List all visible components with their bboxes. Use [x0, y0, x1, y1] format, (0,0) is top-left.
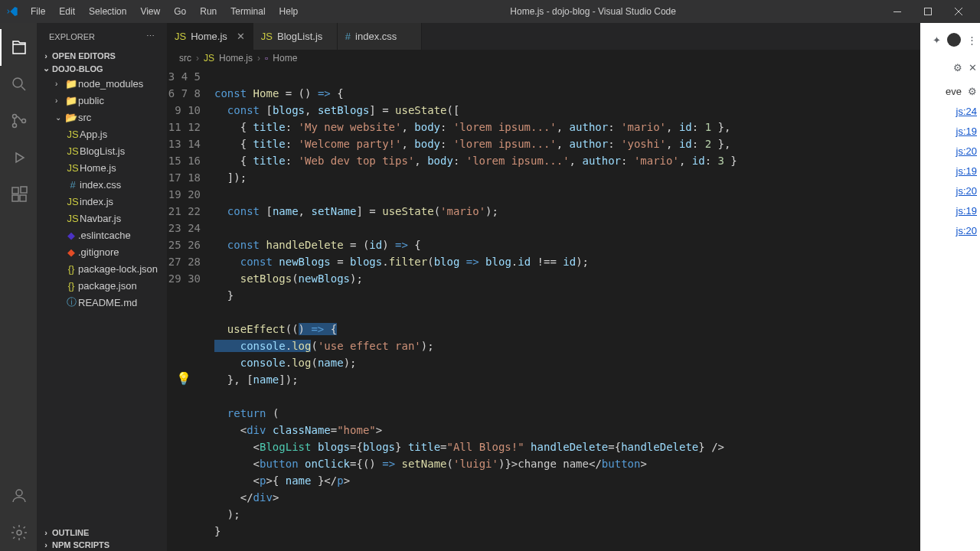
file-eslintcache[interactable]: ◆.eslintcache [37, 227, 167, 243]
file-tree: ›📁node_modules ›📁public ⌄📂src JSApp.js J… [37, 75, 167, 311]
explorer-label: EXPLORER [49, 32, 95, 41]
svg-rect-12 [20, 195, 26, 201]
menu-selection[interactable]: Selection [83, 3, 132, 20]
console-link[interactable]: js:19 [956, 165, 977, 177]
file-bloglist-js[interactable]: JSBlogList.js [37, 142, 167, 159]
console-link[interactable]: js:20 [956, 145, 977, 157]
file-home-js[interactable]: JSHome.js [37, 159, 167, 176]
more-icon[interactable]: ⋯ [146, 31, 155, 41]
menu-run[interactable]: Run [194, 3, 223, 20]
menu-go[interactable]: Go [168, 3, 192, 20]
project-section[interactable]: ⌄DOJO-BLOG [37, 62, 167, 75]
svg-point-8 [22, 119, 26, 123]
menu-edit[interactable]: Edit [53, 3, 81, 20]
svg-rect-11 [12, 195, 18, 201]
menu-help[interactable]: Help [273, 3, 305, 20]
svg-point-6 [13, 115, 17, 119]
file-index-css[interactable]: #index.css [37, 176, 167, 193]
menu-file[interactable]: File [24, 3, 51, 20]
avatar-icon[interactable] [947, 33, 961, 47]
tab-index-css[interactable]: #index.css [338, 23, 422, 50]
devtools-gear-icon[interactable]: ⚙ [968, 86, 977, 97]
devtools-settings-icon[interactable]: ⚙ [953, 62, 962, 73]
editor-tabs: JSHome.js✕ JSBlogList.js #index.css ⋯ [167, 23, 980, 50]
svg-point-15 [17, 530, 21, 535]
svg-rect-0 [893, 11, 901, 12]
file-gitignore[interactable]: ◆.gitignore [37, 243, 167, 260]
browser-devtools-sliver: ✦ ⋮ ⚙ ✕ eve ⚙ js:24 js:19 js:20 js:19 js… [920, 23, 980, 551]
menu-dots-icon[interactable]: ⋮ [967, 34, 977, 46]
breadcrumb-src[interactable]: src [179, 53, 191, 64]
breadcrumb[interactable]: src› JSHome.js› ▫Home [167, 50, 980, 67]
title-bar: File Edit Selection View Go Run Terminal… [0, 0, 980, 23]
devtools-label: eve [946, 86, 962, 97]
close-button[interactable] [943, 0, 974, 23]
console-link[interactable]: js:20 [956, 225, 977, 236]
folder-public[interactable]: ›📁public [37, 92, 167, 109]
console-link[interactable]: js:19 [956, 126, 977, 137]
account-icon[interactable] [0, 478, 37, 514]
extension-icon[interactable]: ✦ [933, 34, 941, 46]
svg-point-7 [13, 124, 17, 128]
breadcrumb-file[interactable]: Home.js [219, 53, 253, 64]
breadcrumb-symbol[interactable]: Home [273, 53, 297, 64]
svg-line-5 [21, 86, 25, 90]
menu-terminal[interactable]: Terminal [224, 3, 271, 20]
sidebar: EXPLORER ⋯ ›OPEN EDITORS ⌄DOJO-BLOG ›📁no… [37, 23, 167, 551]
tab-bloglist-js[interactable]: JSBlogList.js [253, 23, 338, 50]
folder-node-modules[interactable]: ›📁node_modules [37, 75, 167, 92]
file-readme[interactable]: ⓘREADME.md [37, 294, 167, 311]
vscode-logo-icon [6, 5, 18, 18]
menu-bar: File Edit Selection View Go Run Terminal… [24, 3, 304, 20]
open-editors-section[interactable]: ›OPEN EDITORS [37, 50, 167, 62]
svg-rect-1 [925, 8, 932, 15]
file-package-lock[interactable]: {}package-lock.json [37, 260, 167, 277]
window-title: Home.js - dojo-blog - Visual Studio Code [304, 6, 882, 17]
minimize-button[interactable] [882, 0, 913, 23]
window-controls [882, 0, 974, 23]
file-package-json[interactable]: {}package.json [37, 277, 167, 294]
svg-point-4 [13, 78, 22, 87]
extensions-icon[interactable] [0, 176, 37, 213]
console-link[interactable]: js:20 [956, 185, 977, 197]
maximize-button[interactable] [913, 0, 943, 23]
sidebar-title: EXPLORER ⋯ [37, 23, 167, 50]
svg-rect-13 [21, 187, 27, 193]
lightbulb-icon[interactable]: 💡 [176, 371, 191, 386]
console-link[interactable]: js:19 [956, 205, 977, 217]
activity-bar [0, 23, 37, 551]
code-content[interactable]: const Home = () => { const [blogs, setBl… [214, 67, 980, 551]
outline-section[interactable]: ›OUTLINE [37, 527, 167, 539]
console-link[interactable]: js:24 [956, 106, 977, 117]
file-app-js[interactable]: JSApp.js [37, 126, 167, 142]
svg-point-14 [16, 490, 22, 496]
explorer-icon[interactable] [0, 29, 37, 66]
file-index-js[interactable]: JSindex.js [37, 193, 167, 210]
source-control-icon[interactable] [0, 103, 37, 139]
menu-view[interactable]: View [134, 3, 166, 20]
editor-area: JSHome.js✕ JSBlogList.js #index.css ⋯ sr… [167, 23, 980, 551]
editor-body[interactable]: 3 4 5 6 7 8 9 10 11 12 13 14 15 16 17 18… [167, 67, 980, 551]
tab-home-js[interactable]: JSHome.js✕ [167, 23, 253, 50]
devtools-close-icon[interactable]: ✕ [969, 62, 977, 73]
svg-rect-10 [12, 187, 18, 194]
settings-icon[interactable] [0, 514, 37, 551]
folder-src[interactable]: ⌄📂src [37, 109, 167, 126]
file-navbar-js[interactable]: JSNavbar.js [37, 210, 167, 227]
svg-marker-9 [16, 153, 24, 162]
close-icon[interactable]: ✕ [237, 31, 245, 42]
debug-icon[interactable] [0, 139, 37, 176]
line-numbers: 3 4 5 6 7 8 9 10 11 12 13 14 15 16 17 18… [167, 67, 214, 551]
search-icon[interactable] [0, 66, 37, 103]
npm-scripts-section[interactable]: ›NPM SCRIPTS [37, 539, 167, 551]
